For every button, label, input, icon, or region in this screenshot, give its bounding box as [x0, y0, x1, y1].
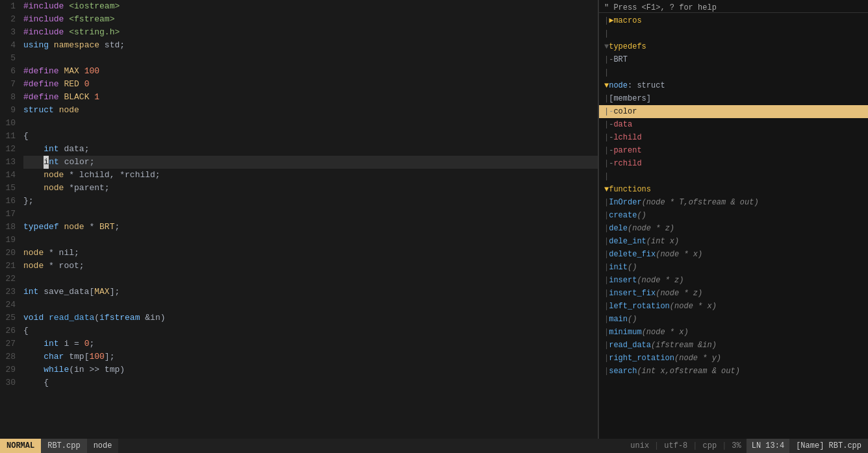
list-item[interactable]: | create() — [599, 209, 868, 222]
line-number: 10 — [0, 117, 16, 130]
status-sep2: | — [693, 441, 697, 450]
table-row — [23, 52, 598, 65]
list-item[interactable]: | main() — [599, 313, 868, 326]
table-row: { — [23, 376, 598, 389]
list-item[interactable]: | dele_int(int x) — [599, 235, 868, 248]
editor-pane: 1234567891011121314151617181920212223242… — [0, 0, 598, 439]
status-charset: utf-8 — [659, 441, 693, 450]
main-area: 1234567891011121314151617181920212223242… — [0, 0, 868, 439]
line-number: 23 — [0, 286, 16, 299]
list-item[interactable]: ▼ functions — [599, 183, 868, 196]
table-row — [23, 273, 598, 286]
line-number: 13 — [0, 156, 16, 169]
table-row: #include <iostream> — [23, 0, 598, 13]
list-item[interactable]: | init() — [599, 261, 868, 274]
status-context: node — [87, 439, 119, 453]
list-item[interactable]: | dele(node * z) — [599, 222, 868, 235]
code-lines: #include <iostream>#include <fstream>#in… — [21, 0, 598, 439]
status-bar: NORMAL RBT.cpp node unix | utf-8 | cpp |… — [0, 439, 868, 453]
list-item[interactable]: | read_data(ifstream &in) — [599, 339, 868, 352]
line-number: 17 — [0, 208, 16, 221]
table-row: typedef node * BRT; — [23, 221, 598, 234]
list-item[interactable]: ▼ typedefs — [599, 40, 868, 53]
line-number: 29 — [0, 363, 16, 376]
table-row: char tmp[100]; — [23, 350, 598, 363]
line-number: 28 — [0, 350, 16, 363]
list-item[interactable]: | -data — [599, 118, 868, 131]
table-row: struct node — [23, 104, 598, 117]
list-item[interactable]: | insert(node * z) — [599, 274, 868, 287]
list-item[interactable]: | -BRT — [599, 53, 868, 66]
line-number: 25 — [0, 312, 16, 324]
status-ln: LN 13:4 — [747, 439, 789, 453]
table-row: }; — [23, 195, 598, 208]
table-row — [23, 117, 598, 130]
table-row: { — [23, 130, 598, 143]
line-number: 30 — [0, 376, 16, 389]
list-item[interactable]: | -rchild — [599, 157, 868, 170]
table-row: using namespace std; — [23, 39, 598, 52]
table-row — [23, 208, 598, 221]
line-number: 9 — [0, 104, 16, 117]
table-row: int save_data[MAX]; — [23, 286, 598, 299]
list-item[interactable]: | — [599, 66, 868, 79]
line-numbers: 1234567891011121314151617181920212223242… — [0, 0, 21, 439]
line-number: 24 — [0, 299, 16, 312]
table-row: #include <fstream> — [23, 13, 598, 26]
status-file: RBT.cpp — [41, 439, 86, 453]
line-number: 11 — [0, 130, 16, 143]
status-percent: 3% — [726, 441, 746, 450]
table-row: { — [23, 324, 598, 337]
line-number: 12 — [0, 143, 16, 156]
line-number: 4 — [0, 39, 16, 52]
code-area: 1234567891011121314151617181920212223242… — [0, 0, 598, 439]
list-item[interactable]: | -parent — [599, 144, 868, 157]
line-number: 7 — [0, 78, 16, 91]
table-row: int color; — [23, 156, 598, 169]
line-number: 20 — [0, 247, 16, 260]
table-row: #include <string.h> — [23, 26, 598, 39]
outline-content: | ► macros|▼ typedefs| -BRT|▼node : stru… — [599, 13, 868, 439]
status-name: [Name] RBT.cpp — [789, 439, 868, 453]
list-item[interactable]: | minimum(node * x) — [599, 326, 868, 339]
status-sep3: | — [722, 441, 726, 450]
list-item[interactable]: | — [599, 170, 868, 183]
list-item[interactable]: | left_rotation(node * x) — [599, 300, 868, 313]
list-item[interactable]: | -color — [599, 105, 868, 118]
table-row: node * root; — [23, 260, 598, 273]
line-number: 2 — [0, 13, 16, 26]
table-row — [23, 234, 598, 247]
list-item[interactable]: | InOrder(node * T,ofstream & out) — [599, 196, 868, 209]
line-number: 15 — [0, 182, 16, 195]
line-number: 22 — [0, 273, 16, 286]
list-item[interactable]: | right_rotation(node * y) — [599, 352, 868, 365]
list-item[interactable]: | insert_fix(node * z) — [599, 287, 868, 300]
status-filetype: cpp — [698, 441, 722, 450]
outline-header: " Press <F1>, ? for help — [599, 0, 868, 13]
table-row: int i = 0; — [23, 337, 598, 350]
line-number: 18 — [0, 221, 16, 234]
table-row: #define BLACK 1 — [23, 91, 598, 104]
line-number: 16 — [0, 195, 16, 208]
list-item[interactable]: | — [599, 27, 868, 40]
line-number: 21 — [0, 260, 16, 273]
list-item[interactable]: | search(int x,ofstream & out) — [599, 365, 868, 378]
list-item[interactable]: | -lchild — [599, 131, 868, 144]
table-row: void read_data(ifstream &in) — [23, 312, 598, 324]
list-item[interactable]: | delete_fix(node * x) — [599, 248, 868, 261]
list-item[interactable]: ▼node : struct — [599, 79, 868, 92]
outline-pane: " Press <F1>, ? for help | ► macros|▼ ty… — [599, 0, 868, 439]
line-number: 3 — [0, 26, 16, 39]
table-row — [23, 299, 598, 312]
line-number: 27 — [0, 337, 16, 350]
list-item[interactable]: | [members] — [599, 92, 868, 105]
line-number: 6 — [0, 65, 16, 78]
status-sep1: | — [654, 441, 659, 450]
line-number: 14 — [0, 169, 16, 182]
table-row: #define RED 0 — [23, 78, 598, 91]
table-row: node *parent; — [23, 182, 598, 195]
line-number: 1 — [0, 0, 16, 13]
line-number: 19 — [0, 234, 16, 247]
line-number: 26 — [0, 324, 16, 337]
list-item[interactable]: | ► macros — [599, 14, 868, 27]
